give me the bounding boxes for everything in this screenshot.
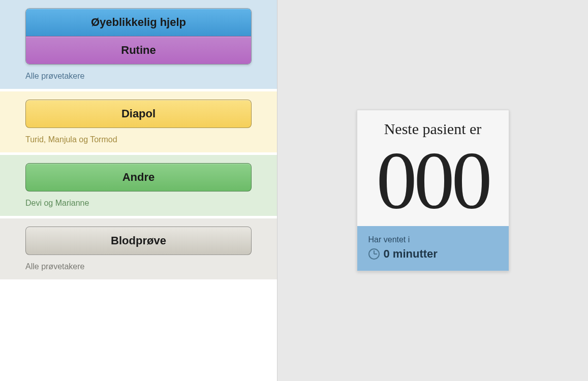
queue-list: Øyeblikkelig hjelp Rutine Alle prøvetake… bbox=[0, 0, 277, 381]
routine-button[interactable]: Rutine bbox=[26, 36, 251, 64]
queue-subtitle: Alle prøvetakere bbox=[25, 72, 252, 81]
queue-subtitle: Alle prøvetakere bbox=[25, 262, 252, 271]
andre-button[interactable]: Andre bbox=[25, 163, 252, 192]
queue-subtitle: Turid, Manjula og Tormod bbox=[25, 135, 252, 144]
next-patient-card: Neste pasient er 000 Har ventet i 0 minu… bbox=[357, 110, 509, 271]
card-bottom: Har ventet i 0 minutter bbox=[357, 226, 509, 271]
clock-icon bbox=[368, 248, 380, 260]
queue-section-urgent-routine: Øyeblikkelig hjelp Rutine Alle prøvetake… bbox=[0, 0, 277, 89]
wait-value: 0 minutter bbox=[384, 247, 438, 261]
queue-section-diapol: Diapol Turid, Manjula og Tormod bbox=[0, 91, 277, 152]
queue-section-blodprove: Blodprøve Alle prøvetakere bbox=[0, 218, 277, 279]
blodprove-button[interactable]: Blodprøve bbox=[25, 227, 252, 255]
wait-row: 0 minutter bbox=[368, 247, 498, 261]
wait-label: Har ventet i bbox=[368, 235, 498, 244]
button-stack: Øyeblikkelig hjelp Rutine bbox=[25, 8, 252, 65]
next-patient-panel: Neste pasient er 000 Har ventet i 0 minu… bbox=[277, 0, 588, 381]
queue-section-andre: Andre Devi og Marianne bbox=[0, 155, 277, 216]
card-top: Neste pasient er 000 bbox=[357, 110, 509, 226]
diapol-button[interactable]: Diapol bbox=[25, 100, 252, 128]
queue-subtitle: Devi og Marianne bbox=[25, 199, 252, 208]
next-patient-number: 000 bbox=[366, 140, 500, 221]
urgent-help-button[interactable]: Øyeblikkelig hjelp bbox=[26, 9, 251, 36]
